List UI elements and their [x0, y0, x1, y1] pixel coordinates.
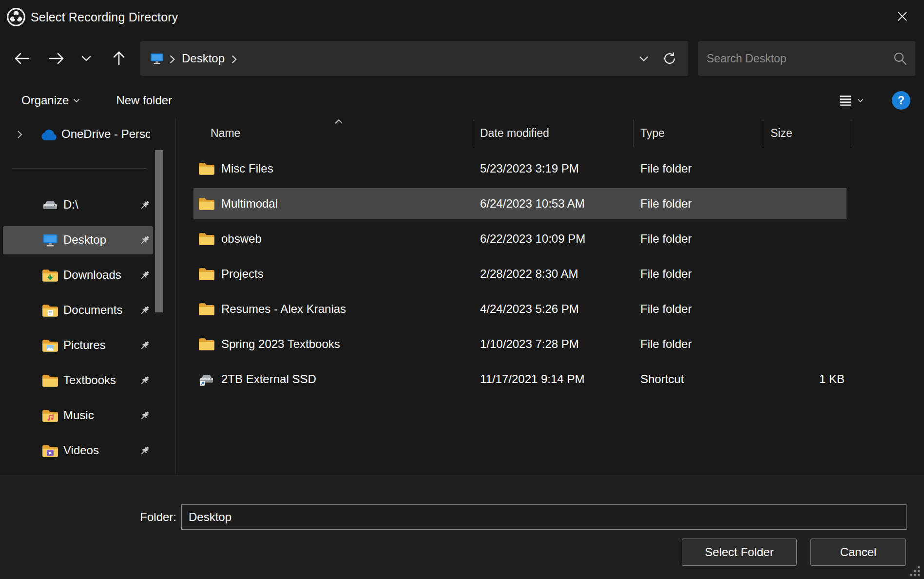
- sidebar-scrollbar[interactable]: [155, 118, 163, 474]
- file-date: 4/24/2023 5:26 PM: [474, 291, 634, 327]
- file-size: [763, 291, 851, 327]
- window-title: Select Recording Directory: [31, 10, 178, 24]
- recent-locations-button[interactable]: [76, 47, 97, 70]
- file-size: [763, 186, 851, 221]
- select-recording-directory-dialog: Select Recording Directory Desktop: [0, 0, 924, 579]
- file-row-external-ssd[interactable]: 2TB External SSD 11/17/2021 9:14 PM Shor…: [176, 362, 924, 397]
- file-name: Multimodal: [221, 197, 278, 211]
- refresh-button[interactable]: [656, 47, 683, 70]
- breadcrumb-desktop[interactable]: Desktop: [181, 50, 226, 67]
- sidebar-item-music[interactable]: Music: [3, 402, 153, 430]
- resize-grip[interactable]: [909, 565, 921, 577]
- sidebar-item-textbooks[interactable]: Textbooks: [3, 367, 153, 395]
- file-type: File folder: [634, 221, 763, 256]
- pin-icon: [138, 269, 151, 282]
- address-dropdown-button[interactable]: [632, 47, 656, 70]
- new-folder-button[interactable]: New folder: [116, 94, 172, 107]
- obs-logo-icon: [6, 7, 26, 27]
- file-row-spring-textbooks[interactable]: Spring 2023 Textbooks 1/10/2023 7:28 PM …: [176, 327, 924, 362]
- sidebar-item-drive-d[interactable]: D:\: [3, 191, 153, 219]
- select-folder-button[interactable]: Select Folder: [682, 539, 797, 566]
- refresh-icon: [662, 51, 677, 66]
- file-name: Misc Files: [221, 162, 273, 175]
- file-name: Resumes - Alex Kranias: [221, 302, 346, 316]
- breadcrumb-chevron-icon: [231, 55, 237, 63]
- sidebar-item-label: D:\: [63, 198, 127, 212]
- file-type: File folder: [634, 186, 763, 221]
- command-bar: Organize New folder ?: [0, 83, 924, 118]
- dialog-footer: Folder: Select Folder Cancel: [0, 474, 924, 579]
- pin-icon: [138, 339, 151, 352]
- sidebar-item-pictures[interactable]: Pictures: [3, 331, 153, 360]
- pin-icon: [138, 374, 151, 387]
- file-date: 1/10/2023 7:28 PM: [474, 327, 634, 362]
- sidebar-item-label: Pictures: [63, 338, 127, 352]
- folder-icon: [198, 232, 215, 246]
- file-row-misc-files[interactable]: Misc Files 5/23/2023 3:19 PM File folder: [176, 151, 924, 186]
- column-header-name[interactable]: Name: [176, 119, 474, 147]
- folder-icon: [198, 337, 215, 351]
- pin-icon: [138, 234, 151, 247]
- file-row-obsweb[interactable]: obsweb 6/22/2023 10:09 PM File folder: [176, 221, 924, 256]
- pin-icon: [138, 199, 151, 212]
- forward-arrow-icon: [48, 51, 65, 66]
- column-header-date-modified[interactable]: Date modified: [474, 119, 634, 147]
- column-header-size[interactable]: Size: [763, 119, 851, 147]
- breadcrumb-chevron-icon: [169, 55, 175, 63]
- file-date: 11/17/2021 9:14 PM: [474, 362, 634, 397]
- folder-icon: [198, 162, 215, 175]
- chevron-down-icon: [639, 56, 649, 62]
- close-button[interactable]: [880, 0, 924, 32]
- sidebar-item-label: Documents: [63, 303, 127, 317]
- sidebar-item-desktop[interactable]: Desktop: [3, 226, 153, 254]
- chevron-down-icon: [73, 98, 80, 103]
- sidebar-item-label: Music: [63, 408, 127, 422]
- desktop-icon: [42, 233, 58, 247]
- file-type: File folder: [634, 327, 763, 362]
- scrollbar-thumb[interactable]: [155, 150, 163, 312]
- file-type: File folder: [634, 256, 763, 291]
- file-size: 1 KB: [763, 362, 851, 397]
- organize-button[interactable]: Organize: [21, 94, 80, 107]
- file-row-projects[interactable]: Projects 2/28/2022 8:30 AM File folder: [176, 256, 924, 291]
- chevron-right-icon[interactable]: [17, 130, 23, 139]
- music-folder-icon: [42, 409, 58, 423]
- chevron-down-icon: [81, 55, 91, 62]
- file-type: Shortcut: [634, 362, 763, 397]
- address-bar[interactable]: Desktop: [140, 41, 688, 76]
- back-button[interactable]: [9, 47, 35, 70]
- folder-name-input[interactable]: [181, 504, 906, 530]
- search-input[interactable]: [698, 41, 915, 76]
- folder-label: Folder:: [117, 510, 176, 524]
- forward-button[interactable]: [44, 47, 69, 70]
- view-options-button[interactable]: [838, 93, 864, 108]
- folder-icon: [198, 197, 215, 211]
- details-view-icon: [838, 93, 853, 108]
- navigation-bar: Desktop: [0, 34, 924, 83]
- pin-icon: [138, 409, 151, 422]
- file-size: [763, 256, 851, 291]
- command-bar-right: ?: [838, 83, 924, 118]
- drive-shortcut-icon: [198, 372, 215, 386]
- file-date: 5/23/2023 3:19 PM: [474, 151, 634, 186]
- sidebar-item-videos[interactable]: Videos: [3, 437, 153, 465]
- file-row-multimodal[interactable]: Multimodal 6/24/2023 10:53 AM File folde…: [176, 186, 924, 221]
- sidebar-item-onedrive-personal[interactable]: OneDrive - Persc: [3, 120, 153, 149]
- onedrive-icon: [38, 129, 58, 142]
- file-name: obsweb: [221, 232, 262, 246]
- column-header-type[interactable]: Type: [634, 119, 763, 147]
- file-size: [763, 151, 851, 186]
- help-button[interactable]: ?: [892, 91, 910, 110]
- sidebar-item-documents[interactable]: Documents: [3, 296, 153, 325]
- videos-folder-icon: [42, 444, 58, 458]
- desktop-location-icon: [150, 53, 164, 65]
- search-box: [698, 41, 915, 76]
- up-arrow-icon: [112, 51, 126, 66]
- file-date: 2/28/2022 8:30 AM: [474, 256, 634, 291]
- documents-folder-icon: [42, 304, 58, 317]
- pin-icon: [138, 304, 151, 317]
- sidebar-item-downloads[interactable]: Downloads: [3, 261, 153, 290]
- cancel-button[interactable]: Cancel: [810, 539, 906, 566]
- file-row-resumes[interactable]: Resumes - Alex Kranias 4/24/2023 5:26 PM…: [176, 291, 924, 327]
- up-button[interactable]: [106, 47, 132, 70]
